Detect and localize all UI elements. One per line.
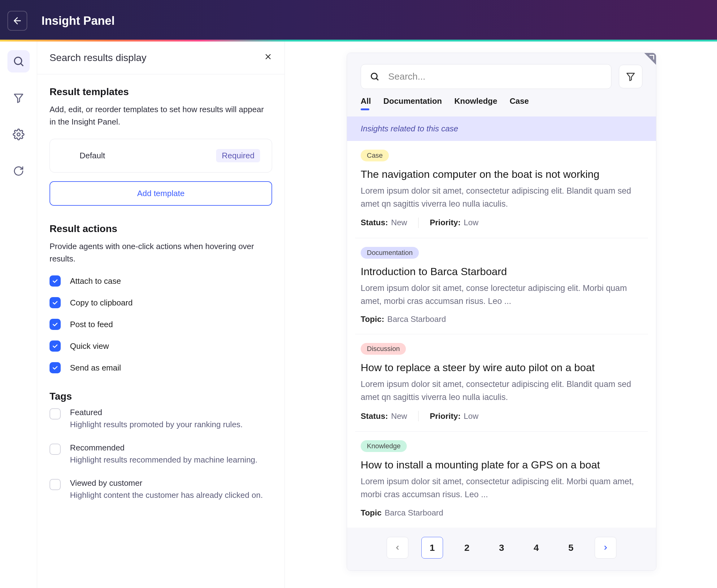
svg-marker-9 — [627, 73, 634, 81]
result-badge: Discussion — [361, 343, 406, 355]
tab-all[interactable]: All — [361, 96, 371, 109]
actions-desc: Provide agents with one-click actions wh… — [49, 240, 272, 265]
page-button-4[interactable]: 4 — [525, 537, 547, 559]
action-checkbox-3[interactable]: Quick view — [49, 340, 272, 352]
result-badge: Knowledge — [361, 440, 407, 452]
tag-checkbox-0[interactable]: Featured Highlight results promoted by y… — [49, 408, 272, 429]
rail-filter-button[interactable] — [7, 87, 30, 109]
templates-heading: Result templates — [49, 86, 272, 98]
close-button[interactable] — [264, 52, 272, 63]
checkbox-icon — [49, 340, 61, 352]
rail-search-button[interactable] — [7, 50, 30, 72]
template-card-default[interactable]: Default Required — [49, 139, 272, 172]
svg-marker-3 — [14, 94, 23, 103]
svg-line-8 — [376, 78, 378, 80]
result-badge: Documentation — [361, 247, 419, 259]
checkbox-icon — [49, 319, 61, 330]
arrow-left-icon — [12, 16, 23, 26]
checkbox-icon — [49, 408, 61, 419]
page-button-5[interactable]: 5 — [560, 537, 582, 559]
next-page-button[interactable] — [595, 537, 616, 559]
template-name: Default — [62, 151, 105, 161]
tag-checkbox-1[interactable]: Recommended Highlight results recommende… — [49, 443, 272, 465]
search-icon — [370, 71, 379, 82]
result-excerpt: Lorem ipsum dolor sit amet, conse lorect… — [361, 282, 643, 308]
action-label: Post to feed — [70, 320, 113, 329]
svg-point-4 — [17, 133, 20, 136]
rail-sync-button[interactable] — [7, 160, 30, 182]
result-excerpt: Lorem ipsum dolor sit amet, consectetur … — [361, 185, 643, 211]
chevron-right-icon — [602, 544, 609, 551]
svg-point-7 — [371, 73, 377, 79]
action-checkbox-0[interactable]: Attach to case — [49, 275, 272, 287]
tags-heading: Tags — [49, 391, 272, 402]
action-label: Send as email — [70, 363, 121, 373]
funnel-icon — [13, 92, 24, 103]
tag-desc: Highlight results promoted by your ranki… — [70, 420, 243, 429]
search-box[interactable] — [361, 64, 611, 89]
result-card[interactable]: Discussion How to replace a steer by wir… — [355, 334, 648, 432]
tab-knowledge[interactable]: Knowledge — [454, 96, 497, 109]
tag-checkbox-2[interactable]: Viewed by customer Highlight content the… — [49, 478, 272, 500]
tag-label: Recommended — [70, 443, 258, 453]
icon-rail — [0, 42, 37, 588]
action-checkbox-4[interactable]: Send as email — [49, 362, 272, 373]
checkbox-icon — [49, 362, 61, 373]
page-button-2[interactable]: 2 — [456, 537, 478, 559]
tag-desc: Highlight content the customer has alrea… — [70, 490, 263, 500]
tag-label: Featured — [70, 408, 243, 417]
result-title: How to install a mounting plate for a GP… — [361, 459, 643, 471]
action-checkbox-1[interactable]: Copy to clipboard — [49, 297, 272, 308]
tab-documentation[interactable]: Documentation — [383, 96, 442, 109]
checkbox-icon — [49, 297, 61, 308]
action-label: Attach to case — [70, 276, 121, 286]
result-meta: TopicBarca Starboard — [361, 508, 643, 518]
search-input[interactable] — [388, 71, 603, 82]
prev-page-button[interactable] — [387, 537, 408, 559]
result-title: How to replace a steer by wire auto pilo… — [361, 361, 643, 374]
pagination: 12345 — [347, 528, 656, 570]
result-title: The navigation computer on the boat is n… — [361, 168, 643, 180]
templates-desc: Add, edit, or reorder templates to set h… — [49, 103, 272, 128]
result-meta: Status:NewPriority:Low — [361, 217, 643, 228]
actions-heading: Result actions — [49, 223, 272, 234]
result-excerpt: Lorem ipsum dolor sit amet, consectetur … — [361, 378, 643, 404]
filter-button[interactable] — [619, 65, 643, 88]
results-list: Case The navigation computer on the boat… — [347, 141, 656, 528]
funnel-icon — [626, 71, 635, 82]
svg-line-2 — [21, 64, 23, 66]
tag-label: Viewed by customer — [70, 478, 263, 488]
sync-icon — [13, 165, 24, 176]
tabs: AllDocumentationKnowledgeCase — [347, 96, 656, 117]
chevron-left-icon — [394, 544, 401, 551]
add-template-button[interactable]: Add template — [49, 181, 272, 206]
action-label: Quick view — [70, 341, 109, 351]
result-card[interactable]: Documentation Introduction to Barca Star… — [355, 238, 648, 335]
page-button-3[interactable]: 3 — [491, 537, 513, 559]
result-excerpt: Lorem ipsum dolor sit amet, consectetur … — [361, 475, 643, 501]
required-badge: Required — [216, 149, 260, 162]
search-icon — [13, 55, 25, 67]
preview-area: AllDocumentationKnowledgeCase Insights r… — [285, 42, 717, 588]
rail-settings-button[interactable] — [7, 123, 30, 146]
preview-panel: AllDocumentationKnowledgeCase Insights r… — [347, 52, 656, 571]
page-button-1[interactable]: 1 — [421, 537, 443, 559]
tab-case[interactable]: Case — [509, 96, 529, 109]
action-label: Copy to clipboard — [70, 298, 132, 308]
action-checkbox-2[interactable]: Post to feed — [49, 319, 272, 330]
result-meta: Status:NewPriority:Low — [361, 411, 643, 421]
top-bar: Insight Panel — [0, 0, 717, 42]
back-button[interactable] — [7, 11, 27, 31]
result-card[interactable]: Case The navigation computer on the boat… — [355, 141, 648, 238]
insights-banner: Insights related to this case — [347, 117, 656, 141]
page-title: Insight Panel — [42, 14, 114, 27]
expand-corner-icon[interactable] — [644, 53, 656, 65]
tag-desc: Highlight results recommended by machine… — [70, 455, 258, 465]
result-card[interactable]: Knowledge How to install a mounting plat… — [355, 432, 648, 528]
settings-sidebar: Search results display Result templates … — [37, 42, 285, 588]
checkbox-icon — [49, 444, 61, 455]
sidebar-title: Search results display — [49, 52, 147, 64]
close-icon — [264, 52, 272, 61]
checkbox-icon — [49, 479, 61, 490]
accent-strip — [0, 40, 717, 42]
